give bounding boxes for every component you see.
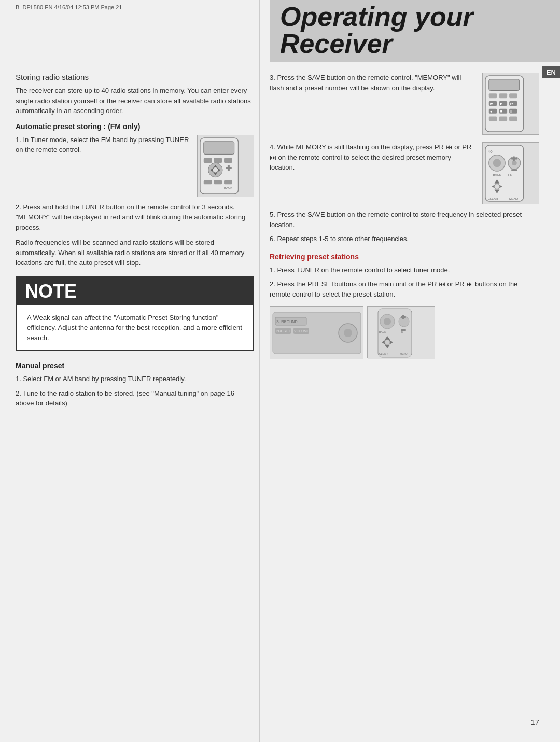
step2-text: 2. Press and hold the TUNER button on th… [16,202,254,233]
svg-rect-3 [214,158,222,163]
svg-rect-4 [224,158,232,163]
step1-text: 1. In Tuner mode, select the FM band by … [16,135,192,155]
note-body: A Weak signal can affect the "Automatic … [17,305,253,351]
step4-text: 4. While MEMORY is still flashing on the… [270,142,477,173]
svg-text:●: ● [490,109,492,113]
svg-rect-35 [499,117,507,121]
svg-text:PRESET: PRESET [276,329,291,333]
step1-row: 1. In Tuner mode, select the FM band by … [16,135,254,197]
step6-text: 6. Repeat steps 1-5 to store other frequ… [270,234,539,244]
svg-text:CLEAR: CLEAR [488,197,498,200]
automatic-heading: Automatic preset storing : (FM only) [16,122,254,131]
column-divider [259,0,260,742]
svg-text:BACK: BACK [379,330,386,333]
svg-text:BACK: BACK [493,173,501,176]
svg-point-40 [493,159,501,167]
svg-rect-71 [402,315,404,319]
intro-text: The receiver can store up to 40 radio st… [16,86,254,116]
svg-text:BACK: BACK [224,186,232,189]
radio-freq-text: Radio frequencies will be scanned and ra… [16,237,254,268]
svg-rect-15 [224,180,232,184]
svg-point-79 [385,340,390,345]
svg-rect-44 [513,157,515,161]
retrieve-step1: 1. Press TUNER on the remote control to … [270,265,539,275]
page-number: 17 [530,718,539,726]
svg-text:MENU: MENU [400,352,408,355]
svg-text:II: II [510,109,512,113]
svg-rect-13 [204,180,212,184]
remote-image-3: 40 BACK FR CLE [482,142,539,204]
svg-rect-1 [204,141,234,154]
svg-text:MENU: MENU [509,197,518,200]
main-unit-image: SURROUND PRESET VOLUME [270,306,363,358]
svg-point-42 [512,160,517,165]
manual-step1: 1. Select FM or AM band by pressing TUNE… [16,374,254,384]
svg-rect-18 [489,79,520,91]
meta-text: B_DPL580 EN 4/16/04 12:53 PM Page 21 [16,4,122,10]
retrieve-step2: 2. Press the PRESETbuttons on the main u… [270,279,539,299]
svg-text:⏭: ⏭ [510,102,514,105]
remote-image-2: ⏮ ▶ ⏭ ● ■ II [482,73,539,135]
svg-text:VOLUME: VOLUME [294,329,310,333]
svg-rect-45 [511,169,517,171]
svg-text:FR: FR [400,330,403,333]
svg-point-10 [213,167,218,172]
note-header: NOTE [17,277,253,305]
page-title: Operating your Receiver [280,3,560,57]
manual-heading: Manual preset [16,361,254,370]
svg-point-64 [344,329,352,337]
svg-rect-14 [214,180,222,184]
meta-line: B_DPL580 EN 4/16/04 12:53 PM Page 21 [16,4,122,10]
step4-row: 4. While MEMORY is still flashing on the… [270,142,539,204]
remote-image-1: BACK [197,135,254,197]
svg-rect-19 [489,93,497,98]
remote-image-4: BACK FR CLEAR MENU [367,306,435,358]
section-title: Storing radio stations [16,73,254,81]
svg-rect-36 [509,117,517,121]
retrieving-heading: Retrieving preset stations [270,253,539,261]
svg-rect-12 [228,165,230,171]
step3-row: 3. Press the SAVE button on the remote c… [270,73,539,135]
svg-point-52 [495,184,500,189]
svg-point-68 [384,318,391,325]
svg-rect-20 [499,93,507,98]
svg-rect-2 [204,158,212,163]
svg-text:40: 40 [488,149,493,154]
left-column: Storing radio stations The receiver can … [16,73,254,413]
note-box: NOTE A Weak signal can affect the "Autom… [16,276,254,352]
step3-text: 3. Press the SAVE button on the remote c… [270,73,477,93]
svg-text:CLEAR: CLEAR [379,352,388,355]
bottom-images: SURROUND PRESET VOLUME [270,306,539,358]
svg-text:FR: FR [508,173,512,176]
right-column: 3. Press the SAVE button on the remote c… [270,73,550,358]
manual-step2: 2. Tune to the radio station to be store… [16,388,254,409]
svg-rect-34 [489,117,497,121]
svg-text:■: ■ [500,109,502,113]
svg-rect-21 [509,93,517,98]
header-bar: Operating your Receiver [270,0,560,62]
svg-text:⏮: ⏮ [490,102,494,105]
step5-text: 5. Press the SAVE button on the remote c… [270,209,539,230]
svg-text:SURROUND: SURROUND [276,320,297,324]
